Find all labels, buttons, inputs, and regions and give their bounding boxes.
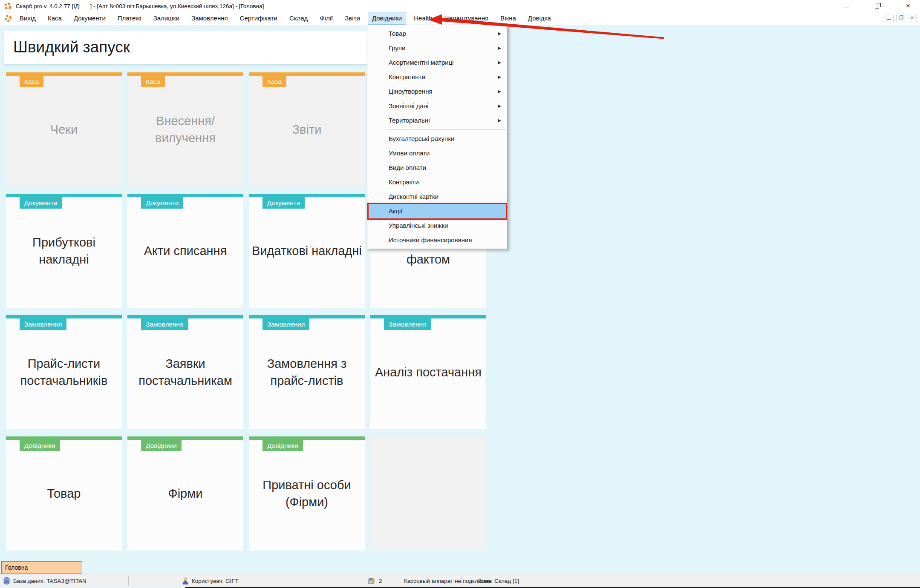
tile-category-bar [249,436,365,440]
menu-item-label: Налаштування [444,14,489,22]
tile-label: Приватні особи (Фірми) [249,476,365,511]
dropdown-item-label: Територіальні [389,113,495,128]
dropdown-item-9[interactable]: Умови оплати [367,146,507,161]
dropdown-item-label: Умови оплати [389,146,501,161]
quick-launch-tile-8[interactable]: ЗамовленняПрайс-листи постачальників [6,315,122,429]
tile-category-bar [127,315,243,318]
app-logo-icon [4,14,12,22]
mdi-restore-icon[interactable] [896,14,905,22]
status-bar: База даних: TASA3@TITAN Користувач: GIFT… [0,574,920,587]
tile-category-bar [370,315,486,318]
menu-item-6[interactable]: Сертифікати [236,12,282,25]
database-label: База даних: TASA3@TITAN [13,578,87,584]
menu-item-7[interactable]: Склад [285,12,312,25]
tab-holovna[interactable]: Головна [1,561,82,574]
menu-item-12[interactable]: Налаштування [440,12,493,25]
statusbar-separator [399,576,399,585]
dropdown-item-label: Источники финансирования [389,233,501,247]
menu-item-label: Health [414,14,432,22]
menu-item-label: Філії [320,14,333,22]
menu-item-9[interactable]: Звіти [340,12,364,25]
quick-launch-tile-5[interactable]: ДокументиАкти списання [127,194,243,308]
quick-launch-tile-11[interactable]: ЗамовленняАналіз постачання [370,315,486,429]
tile-category-badge: Довідники [141,440,182,451]
tile-category-bar [6,315,122,318]
tile-label: Фірми [127,485,243,502]
menu-item-label: Довідка [528,14,551,22]
tile-category-badge: Каса [20,76,43,87]
dropdown-item-label: Зовнішні дані [389,99,495,113]
tile-category-badge: Документи [20,197,62,209]
mdi-window-controls: ✕ [885,14,917,22]
tile-category-badge: Замовлення [262,318,309,330]
dropdown-item-5[interactable]: Зовнішні дані▶ [367,99,507,113]
dropdown-item-0[interactable]: Товар▶ [367,26,507,41]
dropdown-item-label: Акції [389,204,501,218]
tile-label: Товар [6,485,122,502]
menu-item-label: Платежі [118,14,141,22]
menu-item-10[interactable]: ДовідникиТовар▶Групи▶Асортиментні матриц… [368,12,406,25]
menu-item-label: Склад [289,14,308,22]
dropdown-item-6[interactable]: Територіальні▶ [367,113,507,128]
quick-launch-tile-0[interactable]: КасаЧеки [6,72,122,186]
mdi-close-icon[interactable]: ✕ [908,14,917,22]
dropdown-item-10[interactable]: Види оплати [367,161,507,175]
menu-item-5[interactable]: Замовлення [187,12,232,25]
tile-category-badge: Довідники [262,440,303,451]
window-controls: × [842,0,911,12]
menu-item-2[interactable]: Документи [69,12,110,25]
tile-category-badge: Каса [262,76,286,87]
statusbar-user-segment: Користувач: GIFT [182,574,239,587]
submenu-arrow-icon: ▶ [498,26,501,41]
quick-launch-tile-9[interactable]: ЗамовленняЗаявки постачальникам [127,315,243,429]
menu-item-0[interactable]: Вихід [15,12,40,25]
submenu-arrow-icon: ▶ [498,41,501,55]
dropdown-item-14[interactable]: Управлінські знижки [367,218,507,233]
quick-launch-tile-1[interactable]: КасаВнесення/вилучення [127,72,243,186]
quick-launch-tile-14[interactable]: ДовідникиПриватні особи (Фірми) [249,436,365,551]
quick-launch-tile-12[interactable]: ДовідникиТовар [6,436,122,551]
menu-item-label: Звіти [345,14,360,22]
tile-label: Прайс-листи постачальників [6,355,122,389]
close-icon[interactable]: × [905,3,911,9]
tile-category-bar [127,194,243,197]
dropdown-item-15[interactable]: Источники финансирования [367,233,507,247]
tile-category-badge: Документи [141,197,183,209]
menu-item-4[interactable]: Залишки [149,12,184,25]
quick-launch-tile-2[interactable]: КасаЗвіти [249,72,365,186]
dropdown-item-11[interactable]: Контракти [367,175,507,189]
tile-category-bar [127,436,243,440]
menu-item-label: Довідники [372,14,402,22]
mdi-minimize-icon[interactable] [885,14,894,22]
quick-launch-tile-6[interactable]: ДокументиВидаткові накладні [249,194,365,308]
tile-label: Чеки [6,121,122,138]
quick-launch-tile-13[interactable]: ДовідникиФірми [127,436,243,551]
menu-item-3[interactable]: Платежі [113,12,146,25]
menu-item-11[interactable]: Health [410,12,436,25]
quick-launch-tile-10[interactable]: ЗамовленняЗамовлення з прайс-листів [249,315,365,429]
dropdown-item-label: Ціноутворення [389,84,495,99]
restore-icon[interactable] [874,3,880,9]
statusbar-separator [461,576,461,585]
tile-label: Акти списання [127,242,243,259]
dropdown-item-label: Асортиментні матриці [389,55,495,70]
menu-item-8[interactable]: Філії [315,12,337,25]
menu-item-13[interactable]: Вікна [496,12,520,25]
dropdown-item-3[interactable]: Контрагенти▶ [367,70,507,84]
user-label: Користувач: GIFT [192,578,239,584]
dropdown-item-8[interactable]: Бухгалтерські рахунки [367,132,507,146]
dropdown-item-1[interactable]: Групи▶ [367,41,507,55]
dropdown-item-label: Дисконтні картки [389,189,501,204]
menu-item-1[interactable]: Каса [43,12,66,25]
menu-item-14[interactable]: Довідка [524,12,555,25]
minimize-icon[interactable] [842,3,849,9]
dropdown-item-label: Групи [389,41,495,55]
dropdown-item-4[interactable]: Ціноутворення▶ [367,84,507,99]
quick-launch-tile-15[interactable] [370,436,486,551]
dropdown-item-2[interactable]: Асортиментні матриці▶ [367,55,507,70]
submenu-arrow-icon: ▶ [498,70,501,84]
dropdown-item-13[interactable]: Акції [367,204,507,218]
quick-launch-tile-4[interactable]: ДокументиПрибуткові накладні [6,194,122,308]
app-logo-icon [4,2,12,10]
dropdown-item-12[interactable]: Дисконтні картки [367,189,507,204]
